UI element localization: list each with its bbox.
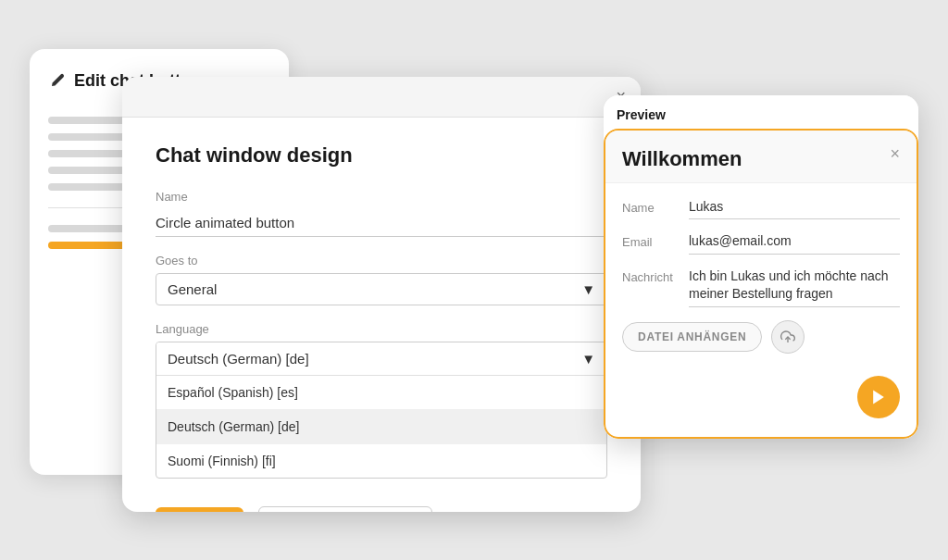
preview-chat-header: Willkommen ×: [605, 131, 917, 183]
preview-email-value: lukas@email.com: [689, 232, 900, 255]
preview-attach-row: DATEI ANHÄNGEN: [622, 320, 900, 354]
preview-close-button[interactable]: ×: [890, 145, 900, 162]
preview-section-label: Preview: [617, 107, 666, 122]
goes-to-field-group: Goes to General ▼: [156, 254, 607, 305]
modal-top-bar: ×: [122, 77, 641, 118]
preview-email-field: Email lukas@email.com: [622, 232, 900, 255]
name-input[interactable]: [156, 209, 607, 237]
preview-name-label: Name: [622, 198, 689, 215]
language-dropdown[interactable]: Deutsch (German) [de] ▼ Español (Spanish…: [156, 342, 607, 479]
preview-message-field: Nachricht Ich bin Lukas und ich möchte n…: [622, 268, 900, 307]
goes-to-select[interactable]: General ▼: [156, 273, 607, 305]
svg-marker-1: [873, 390, 884, 404]
preview-message-label: Nachricht: [622, 268, 689, 284]
main-modal: × Chat window design Name Goes to Genera…: [122, 77, 641, 512]
preview-chat-title: Willkommen: [622, 147, 742, 171]
chevron-down-icon: ▼: [581, 351, 595, 367]
goes-to-value: General: [168, 281, 217, 297]
preview-name-value: Lukas: [689, 198, 900, 220]
preview-form: Name Lukas Email lukas@email.com Nachric…: [605, 183, 917, 437]
preview-email-label: Email: [622, 232, 689, 249]
language-label: Language: [156, 322, 607, 336]
upload-icon-button[interactable]: [771, 320, 805, 354]
name-label: Name: [156, 190, 607, 204]
attach-file-button[interactable]: DATEI ANHÄNGEN: [622, 322, 762, 352]
preview-send-row: [622, 368, 900, 422]
language-option-german[interactable]: Deutsch (German) [de]: [156, 410, 606, 444]
modal-title: Chat window design: [156, 143, 607, 168]
preview-name-field: Name Lukas: [622, 198, 900, 220]
preview-chat-window: Willkommen × Name Lukas Email lukas@emai…: [604, 129, 918, 439]
preview-message-value: Ich bin Lukas und ich möchte nach meiner…: [689, 268, 900, 307]
language-selected-row[interactable]: Deutsch (German) [de] ▼: [156, 342, 606, 376]
preview-panel: Preview Willkommen × Name Lukas Email lu…: [604, 95, 918, 439]
language-option-spanish[interactable]: Español (Spanish) [es]: [156, 376, 606, 410]
chevron-down-icon: ▼: [581, 281, 595, 297]
preview-and-test-button[interactable]: PREVIEW AND TEST: [258, 506, 432, 512]
language-field-group: Language Deutsch (German) [de] ▼ Español…: [156, 322, 607, 479]
language-selected-value: Deutsch (German) [de]: [168, 351, 309, 367]
preview-header-text: Willkommen: [622, 145, 742, 171]
goes-to-label: Goes to: [156, 254, 607, 268]
send-button[interactable]: [857, 376, 900, 418]
upload-icon: [780, 330, 795, 344]
save-button[interactable]: SAVE: [156, 507, 243, 512]
modal-body: Chat window design Name Goes to General …: [122, 118, 641, 512]
modal-footer: SAVE PREVIEW AND TEST: [156, 495, 607, 512]
name-field-group: Name: [156, 190, 607, 237]
language-option-finnish[interactable]: Suomi (Finnish) [fi]: [156, 444, 606, 478]
pencil-icon: [48, 71, 67, 90]
send-icon: [869, 388, 888, 406]
